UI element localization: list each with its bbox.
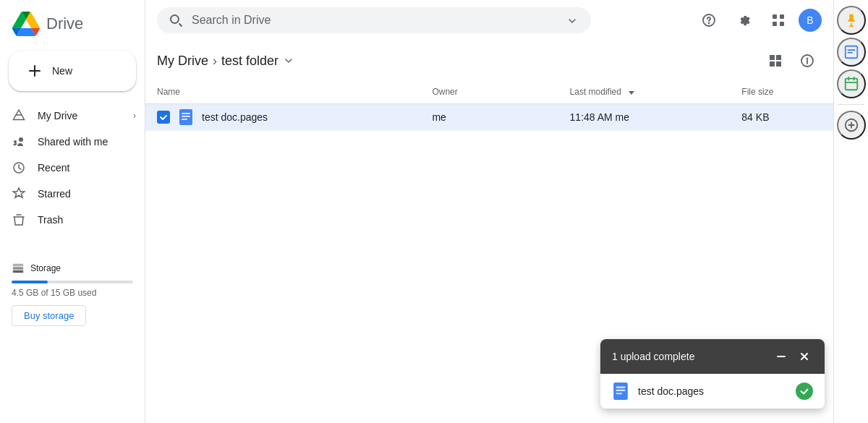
apps-button[interactable] — [764, 6, 793, 35]
file-name-cell: test doc.pages — [157, 110, 409, 124]
support-button[interactable] — [694, 6, 723, 35]
search-icon — [169, 13, 183, 27]
svg-point-4 — [171, 15, 179, 23]
info-icon — [800, 54, 814, 68]
breadcrumb-chevron-icon — [281, 54, 296, 68]
search-bar[interactable] — [157, 7, 591, 33]
calendar-icon — [843, 76, 859, 92]
storage-bar-background — [12, 281, 133, 283]
view-icons — [761, 46, 822, 75]
storage-used-text: 4.5 GB of 15 GB used — [12, 288, 133, 298]
trash-icon — [12, 213, 26, 227]
new-button-label: New — [52, 65, 72, 77]
search-expand-icon — [565, 13, 579, 27]
svg-rect-22 — [845, 79, 857, 90]
svg-rect-3 — [13, 267, 23, 270]
storage-bar-fill — [12, 281, 48, 283]
settings-button[interactable] — [729, 6, 758, 35]
new-button[interactable]: New — [9, 51, 136, 91]
info-button[interactable] — [793, 46, 822, 75]
top-bar: B — [145, 0, 833, 40]
upload-toast-header: 1 upload complete — [600, 339, 825, 374]
sort-desc-icon — [626, 87, 637, 98]
upload-toast-actions — [773, 348, 813, 365]
file-owner: me — [420, 103, 558, 130]
svg-rect-18 — [182, 113, 190, 114]
svg-rect-12 — [776, 55, 781, 60]
breadcrumb-current[interactable]: test folder — [221, 54, 296, 69]
svg-point-6 — [709, 23, 710, 24]
sidebar-item-label-shared: Shared with me — [38, 136, 108, 148]
file-name: test doc.pages — [202, 111, 268, 123]
sidebar-item-my-drive[interactable]: My Drive › — [0, 103, 145, 129]
shared-icon — [12, 134, 26, 149]
storage-section: Storage 4.5 GB of 15 GB used Buy storage — [0, 250, 145, 338]
sidebar-item-shared[interactable]: Shared with me — [0, 129, 145, 155]
svg-rect-2 — [13, 264, 23, 267]
recent-icon — [12, 161, 26, 175]
svg-rect-13 — [770, 61, 775, 67]
upload-toast-minimize-button[interactable] — [773, 348, 790, 365]
right-panel-divider — [838, 104, 865, 105]
table-row[interactable]: test doc.pages me 11:48 AM me 84 KB — [145, 103, 833, 130]
svg-rect-1 — [13, 270, 23, 273]
breadcrumb-separator: › — [213, 54, 217, 69]
svg-rect-11 — [770, 55, 775, 60]
add-apps-button[interactable] — [837, 111, 866, 140]
toast-file-name: test doc.pages — [638, 385, 787, 397]
star-icon — [12, 187, 26, 201]
sidebar-nav: My Drive › Shared with me — [0, 103, 145, 233]
breadcrumb-root[interactable]: My Drive — [157, 54, 208, 69]
sidebar-item-trash[interactable]: Trash — [0, 207, 145, 233]
upload-toast-title: 1 upload complete — [612, 351, 773, 362]
apps-icon — [771, 13, 786, 27]
support-icon — [702, 13, 716, 27]
search-input[interactable] — [192, 14, 556, 27]
upload-toast: 1 upload complete — [600, 339, 825, 409]
column-header-size[interactable]: File size — [730, 81, 833, 103]
tasks-button[interactable] — [837, 38, 866, 67]
check-icon — [799, 386, 809, 396]
svg-rect-9 — [773, 22, 777, 26]
close-icon — [799, 351, 810, 362]
sidebar-item-label-my-drive: My Drive — [38, 110, 77, 121]
file-size: 84 KB — [730, 103, 833, 130]
sidebar-item-label-starred: Starred — [38, 188, 71, 200]
keep-button[interactable] — [837, 6, 866, 35]
file-table: Name Owner Last modified — [145, 81, 833, 131]
chevron-right-icon: › — [133, 111, 136, 121]
upload-toast-close-button[interactable] — [796, 348, 813, 365]
file-checkbox[interactable] — [157, 111, 170, 124]
pages-file-icon — [179, 110, 193, 124]
toast-file-icon — [612, 383, 629, 400]
new-plus-icon — [26, 62, 43, 80]
svg-rect-10 — [780, 22, 784, 26]
add-icon — [843, 117, 859, 133]
user-avatar[interactable]: B — [799, 9, 822, 32]
right-panel — [833, 0, 868, 423]
file-modified: 11:48 AM me — [558, 103, 731, 130]
column-header-owner[interactable]: Owner — [420, 81, 558, 103]
tasks-icon — [843, 44, 859, 60]
calendar-button[interactable] — [837, 69, 866, 98]
drive-logo-icon — [12, 12, 41, 36]
svg-rect-7 — [773, 14, 777, 19]
top-icons: B — [694, 6, 822, 35]
sidebar-item-starred[interactable]: Starred — [0, 181, 145, 207]
grid-view-button[interactable] — [761, 46, 790, 75]
table-body: test doc.pages me 11:48 AM me 84 KB — [145, 103, 833, 130]
storage-icon — [12, 262, 25, 275]
keep-icon — [843, 12, 859, 28]
sidebar-item-recent[interactable]: Recent — [0, 155, 145, 181]
app-title: Drive — [46, 14, 83, 33]
settings-icon — [736, 13, 751, 27]
grid-view-icon — [768, 54, 783, 68]
sidebar-item-label-trash: Trash — [38, 214, 63, 226]
column-header-modified[interactable]: Last modified — [558, 81, 731, 103]
table-header: Name Owner Last modified — [145, 81, 833, 103]
column-header-name[interactable]: Name — [145, 81, 420, 103]
breadcrumb-bar: My Drive › test folder — [145, 40, 833, 81]
buy-storage-button[interactable]: Buy storage — [12, 305, 86, 326]
svg-point-16 — [807, 59, 808, 59]
svg-rect-25 — [616, 386, 625, 388]
